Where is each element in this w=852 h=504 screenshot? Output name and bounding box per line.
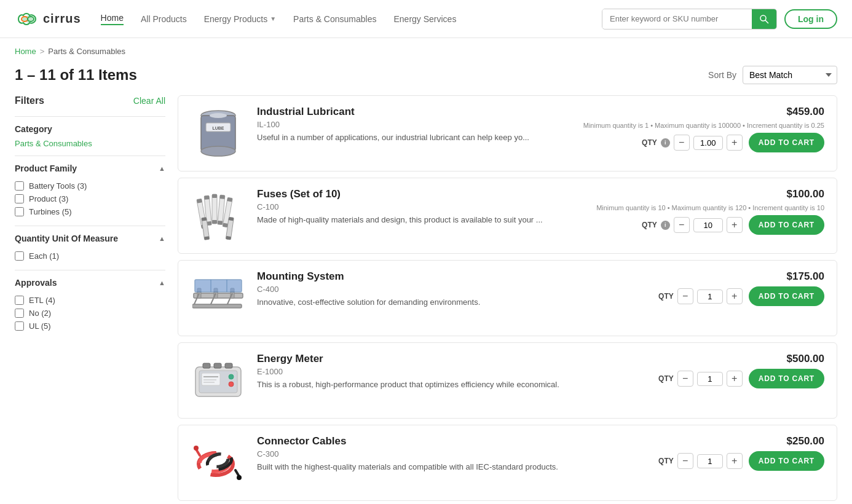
product-price-1: $459.00 [787, 106, 824, 118]
table-row: Fuses (Set of 10) C-100 Made of high-qua… [178, 178, 837, 254]
svg-rect-50 [203, 363, 210, 368]
svg-rect-21 [218, 221, 223, 225]
qty-uom-header[interactable]: Quantity Unit Of Measure ▲ [15, 234, 165, 243]
product-sku-1: IL-100 [257, 120, 572, 129]
add-to-cart-button-2[interactable]: ADD TO CART [749, 215, 824, 235]
product-name-4: Energy Meter [257, 353, 647, 365]
svg-rect-17 [212, 194, 217, 198]
breadcrumb-home[interactable]: Home [15, 47, 36, 56]
svg-rect-38 [192, 304, 242, 308]
qty-value-2[interactable] [693, 218, 723, 232]
category-parts-link[interactable]: Parts & Consumables [15, 139, 165, 148]
svg-rect-20 [219, 195, 224, 199]
sidebar: Filters Clear All Category Parts & Consu… [15, 95, 165, 504]
product-desc-5: Built with the highest-quality materials… [257, 462, 647, 473]
logo-icon [15, 12, 39, 26]
add-to-cart-button-1[interactable]: ADD TO CART [749, 133, 824, 152]
qty-minus-4[interactable]: − [677, 371, 693, 387]
meter-image [193, 358, 243, 403]
approvals-header[interactable]: Approvals ▲ [15, 278, 165, 288]
search-bar [602, 9, 777, 30]
nav-energy-services[interactable]: Energy Services [393, 14, 456, 24]
qty-plus-2[interactable]: + [727, 217, 743, 233]
qty-minus-1[interactable]: − [674, 135, 690, 151]
approvals-chevron: ▲ [159, 279, 165, 286]
filter-item-each[interactable]: Each (1) [15, 250, 165, 262]
label-etl: ETL (4) [29, 296, 55, 305]
filters-title: Filters [15, 95, 44, 106]
logo-text: cirrus [43, 12, 81, 26]
search-icon [759, 14, 769, 24]
product-sku-4: E-1000 [257, 367, 647, 376]
category-title: Category [15, 124, 165, 134]
checkbox-ul[interactable] [15, 321, 24, 331]
qty-plus-5[interactable]: + [727, 453, 743, 469]
qty-info-icon-1[interactable]: i [661, 138, 670, 148]
checkbox-product[interactable] [15, 194, 24, 203]
filter-item-turbines[interactable]: Turbines (5) [15, 205, 165, 218]
product-desc-3: Innovative, cost-effective solution for … [257, 297, 647, 308]
checkbox-turbines[interactable] [15, 207, 24, 216]
logo[interactable]: cirrus [15, 12, 81, 26]
checkbox-no[interactable] [15, 309, 24, 318]
checkbox-battery-tools[interactable] [15, 181, 24, 191]
product-price-2: $100.00 [787, 188, 824, 200]
qty-value-4[interactable] [697, 372, 723, 386]
qty-plus-4[interactable]: + [727, 371, 743, 387]
product-price-5: $250.00 [787, 435, 824, 447]
svg-rect-16 [212, 194, 217, 224]
filter-item-product[interactable]: Product (3) [15, 192, 165, 205]
search-button[interactable] [752, 9, 776, 29]
add-to-cart-button-3[interactable]: ADD TO CART [749, 286, 824, 306]
login-button[interactable]: Log in [784, 9, 837, 29]
qty-uom-chevron: ▲ [159, 235, 165, 242]
product-image-4 [191, 353, 246, 408]
qty-info-icon-2[interactable]: i [661, 221, 670, 230]
svg-line-3 [765, 20, 768, 23]
checkbox-each[interactable] [15, 251, 24, 261]
svg-point-58 [194, 446, 199, 451]
svg-rect-52 [225, 363, 232, 368]
filter-item-battery-tools[interactable]: Battery Tools (3) [15, 179, 165, 192]
nav-all-products[interactable]: All Products [141, 14, 187, 24]
add-to-cart-button-5[interactable]: ADD TO CART [749, 451, 824, 471]
add-to-cart-button-4[interactable]: ADD TO CART [749, 369, 824, 388]
svg-point-49 [229, 382, 234, 387]
product-image-1: LUBE [191, 106, 246, 161]
search-input[interactable] [602, 9, 752, 28]
qty-plus-3[interactable]: + [727, 288, 743, 304]
table-row: LUBE Industrial Lubricant IL-100 Useful … [178, 95, 837, 171]
svg-point-48 [229, 374, 234, 379]
filter-item-ul[interactable]: UL (5) [15, 320, 165, 333]
qty-plus-1[interactable]: + [727, 135, 743, 151]
svg-rect-14 [204, 195, 209, 200]
nav-home[interactable]: Home [101, 13, 124, 25]
qty-value-5[interactable] [697, 454, 723, 468]
product-sku-5: C-300 [257, 449, 647, 459]
qty-label-5: QTY [658, 457, 674, 465]
filter-item-no[interactable]: No (2) [15, 307, 165, 320]
checkbox-etl[interactable] [15, 296, 24, 305]
sort-select[interactable]: Best Match Price: Low to High Price: Hig… [743, 66, 837, 84]
product-desc-4: This is a robust, high-performance produ… [257, 379, 647, 390]
qty-minus-5[interactable]: − [677, 453, 693, 469]
qty-uom-title: Quantity Unit Of Measure [15, 234, 118, 243]
qty-label-3: QTY [658, 292, 674, 301]
filter-category: Category Parts & Consumables [15, 116, 165, 156]
nav-parts-consumables[interactable]: Parts & Consumables [293, 14, 376, 24]
label-ul: UL (5) [29, 321, 51, 331]
product-price-4: $500.00 [787, 353, 824, 365]
qty-minus-2[interactable]: − [674, 217, 690, 233]
page-title: 1 – 11 of 11 Items [15, 66, 137, 84]
clear-all-link[interactable]: Clear All [133, 96, 165, 106]
svg-point-6 [201, 146, 235, 156]
qty-minus-3[interactable]: − [677, 288, 693, 304]
filter-item-etl[interactable]: ETL (4) [15, 294, 165, 307]
svg-text:LUBE: LUBE [212, 126, 224, 130]
filter-product-family: Product Family ▲ Battery Tools (3) Produ… [15, 156, 165, 226]
nav-energy-products[interactable]: Energy Products ▼ [204, 14, 276, 24]
product-family-header[interactable]: Product Family ▲ [15, 163, 165, 173]
qty-label-1: QTY [642, 138, 657, 147]
qty-value-3[interactable] [697, 289, 723, 304]
qty-value-1[interactable] [693, 136, 723, 150]
